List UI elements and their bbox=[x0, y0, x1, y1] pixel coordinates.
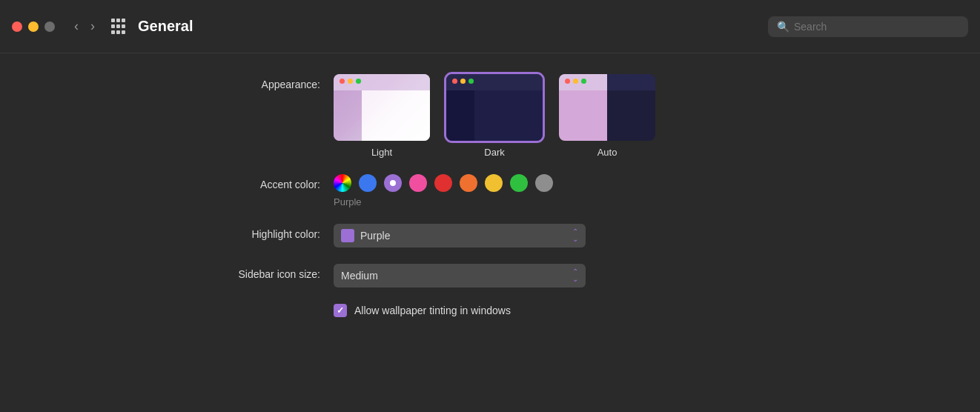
accent-color-options: Purple bbox=[334, 174, 553, 207]
main-content: Appearance: Light Dark bbox=[0, 53, 980, 338]
highlight-color-swatch bbox=[341, 229, 354, 242]
forward-button[interactable]: › bbox=[86, 16, 99, 37]
wallpaper-tinting-label: Allow wallpaper tinting in windows bbox=[354, 305, 511, 316]
sidebar-icon-size-label: Sidebar icon size: bbox=[0, 264, 334, 280]
appearance-auto-label: Auto bbox=[597, 147, 618, 158]
sidebar-icon-size-row: Sidebar icon size: Medium ⌃⌄ bbox=[0, 264, 980, 288]
sidebar-dropdown-arrows-icon: ⌃⌄ bbox=[572, 268, 578, 283]
grid-icon[interactable] bbox=[111, 19, 128, 35]
highlight-color-dropdown[interactable]: Purple ⌃⌄ bbox=[334, 224, 586, 247]
appearance-auto[interactable]: Auto bbox=[559, 74, 655, 158]
minimize-button[interactable] bbox=[28, 21, 39, 32]
color-purple[interactable] bbox=[384, 174, 402, 192]
search-input[interactable] bbox=[794, 21, 959, 33]
appearance-light-label: Light bbox=[371, 147, 392, 158]
color-orange[interactable] bbox=[460, 174, 477, 192]
search-box[interactable]: 🔍 bbox=[768, 16, 968, 37]
appearance-row: Appearance: Light Dark bbox=[0, 74, 980, 158]
checkmark-icon: ✓ bbox=[337, 305, 344, 316]
accent-selected-name: Purple bbox=[334, 196, 553, 207]
color-graphite[interactable] bbox=[535, 174, 553, 192]
sidebar-icon-size-dropdown[interactable]: Medium ⌃⌄ bbox=[334, 264, 586, 288]
accent-color-row: Accent color: Purple bbox=[0, 174, 980, 207]
color-pink[interactable] bbox=[409, 174, 427, 192]
dropdown-arrows-icon: ⌃⌄ bbox=[572, 228, 578, 243]
titlebar: ‹ › General 🔍 bbox=[0, 0, 980, 53]
back-button[interactable]: ‹ bbox=[70, 16, 83, 37]
appearance-dark-thumbnail bbox=[446, 74, 543, 141]
appearance-dark-label: Dark bbox=[484, 147, 504, 158]
page-title: General bbox=[138, 18, 193, 35]
nav-buttons: ‹ › bbox=[70, 16, 99, 37]
color-multicolor[interactable] bbox=[334, 174, 351, 192]
color-dots bbox=[334, 174, 553, 192]
color-yellow[interactable] bbox=[485, 174, 503, 192]
highlight-color-value: Purple bbox=[360, 230, 566, 242]
appearance-options: Light Dark Auto bbox=[334, 74, 655, 158]
wallpaper-tinting-row: ✓ Allow wallpaper tinting in windows bbox=[334, 304, 980, 317]
appearance-dark[interactable]: Dark bbox=[446, 74, 543, 158]
appearance-label: Appearance: bbox=[0, 74, 334, 90]
search-icon: 🔍 bbox=[777, 21, 789, 33]
accent-color-label: Accent color: bbox=[0, 174, 334, 190]
wallpaper-tinting-checkbox[interactable]: ✓ bbox=[334, 304, 347, 317]
sidebar-icon-size-value: Medium bbox=[341, 270, 566, 282]
color-blue[interactable] bbox=[359, 174, 377, 192]
highlight-color-label: Highlight color: bbox=[0, 224, 334, 240]
appearance-auto-thumbnail bbox=[559, 74, 655, 141]
color-green[interactable] bbox=[510, 174, 528, 192]
appearance-light-thumbnail bbox=[334, 74, 430, 141]
appearance-light[interactable]: Light bbox=[334, 74, 430, 158]
close-button[interactable] bbox=[12, 21, 22, 32]
maximize-button[interactable] bbox=[44, 21, 55, 32]
highlight-color-row: Highlight color: Purple ⌃⌄ bbox=[0, 224, 980, 247]
color-red[interactable] bbox=[434, 174, 452, 192]
window-controls bbox=[12, 21, 55, 32]
